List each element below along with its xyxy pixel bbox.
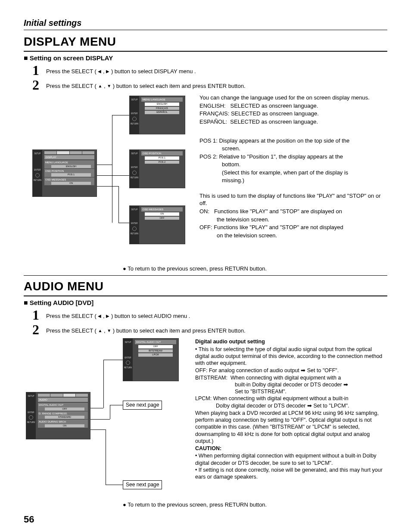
audio-sub-title-text: Setting AUDIO [DVD] bbox=[30, 299, 94, 306]
msg-desc: This is used to turn the display of func… bbox=[199, 192, 387, 239]
osd-audio-main: SETUPENTERRETURN AUDIO DIGITAL AUDIO OUT… bbox=[26, 392, 90, 439]
osd-return-label: RETURN bbox=[33, 179, 42, 182]
osd-row-osd-messages: OSD MESSAGES ON bbox=[44, 177, 94, 186]
square-bullet-icon: ■ bbox=[24, 299, 28, 306]
osd-row-audio-srch: AUDIO DURING SRCH ON bbox=[38, 420, 88, 428]
osd-row-digital-audio: DIGITAL AUDIO OUT OFF bbox=[38, 403, 88, 411]
osd-row-osd-position: OSD POSITION POS 1 bbox=[44, 169, 94, 177]
osd-opt-pos1: POS 1 bbox=[145, 156, 179, 159]
osd-lang-title: MENU LANGUAGE bbox=[141, 97, 183, 102]
step2a: Press the SELECT ( bbox=[46, 83, 97, 89]
audio-menu-title: AUDIO MENU bbox=[24, 277, 387, 296]
step-number-1: 1 bbox=[32, 63, 42, 77]
see-next-page-2: See next page bbox=[123, 480, 162, 489]
step1b: ) button to select DISPLAY menu . bbox=[111, 68, 196, 75]
pos-desc: POS 1: Display appears at the position o… bbox=[199, 137, 387, 184]
osd-val-language: ENGLISH bbox=[51, 165, 91, 168]
left-arrow-icon: ◀ bbox=[98, 313, 101, 319]
step-number-1: 1 bbox=[32, 308, 42, 322]
audio-return-note: ● To return to the previous screen, pres… bbox=[123, 501, 387, 509]
display-sub-title: ■Setting on screen DISPLAY bbox=[24, 53, 387, 63]
osd-opt-bitstream: BITSTREAM bbox=[138, 349, 173, 352]
square-bullet-icon: ■ bbox=[24, 54, 28, 62]
osd-side: SETUP ENTER RETURN bbox=[33, 150, 42, 196]
up-arrow-icon: ▲ bbox=[98, 83, 102, 89]
osd-val-messages: ON bbox=[51, 182, 91, 185]
lang-desc: You can change the language used for the… bbox=[199, 94, 387, 125]
audio-sub-title: ■Setting AUDIO [DVD] bbox=[24, 298, 387, 308]
right-arrow-icon: ▶ bbox=[106, 68, 109, 75]
osd-menu-language: SETUPENTERRETURN MENU LANGUAGE ENGLISH F… bbox=[129, 96, 185, 134]
see-next-page-1: See next page bbox=[123, 401, 162, 409]
osd-opt-english: ENGLISH bbox=[145, 103, 179, 106]
down-arrow-icon: ▼ bbox=[107, 83, 111, 89]
step-1-text: Press the SELECT ( ◀ , ▶ ) button to sel… bbox=[46, 63, 196, 75]
display-menu-title: DISPLAY MENU bbox=[24, 33, 387, 52]
step2b: ) button to select each item and press E… bbox=[113, 83, 246, 89]
osd-display-main: SETUP ENTER RETURN DISPLAY MENU LANGUAGE… bbox=[32, 149, 97, 197]
audio-step-1: 1 Press the SELECT ( ◀ , ▶ ) button to s… bbox=[32, 308, 387, 322]
osd-msg-title: OSD MESSAGES bbox=[141, 207, 183, 212]
chapter-title: Initial settings bbox=[24, 17, 387, 30]
osd-tab-audio: AUDIO bbox=[38, 398, 88, 402]
display-diagram: SETUP ENTER RETURN DISPLAY MENU LANGUAGE… bbox=[24, 93, 196, 261]
osd-pos-title: OSD POSITION bbox=[141, 151, 183, 156]
caution-heading: CAUTION: bbox=[195, 445, 387, 452]
osd-dig-title: DIGITAL AUDIO OUT bbox=[135, 340, 176, 344]
display-sub-title-text: Setting on screen DISPLAY bbox=[30, 54, 113, 62]
step-number-2: 2 bbox=[32, 78, 42, 92]
osd-opt-lpcm: LPCM bbox=[138, 353, 173, 356]
display-return-note: ● To return to the previous screen, pres… bbox=[123, 265, 387, 273]
page-number: 56 bbox=[24, 513, 387, 526]
osd-val-position: POS 1 bbox=[51, 173, 91, 176]
osd-row-menu-language: MENU LANGUAGE ENGLISH bbox=[44, 160, 94, 168]
step-2-text: Press the SELECT ( ▲ , ▼ ) button to sel… bbox=[46, 78, 246, 90]
step1a: Press the SELECT ( bbox=[46, 68, 97, 75]
osd-osd-position: SETUPENTERRETURN OSD POSITION POS 1 POS … bbox=[129, 149, 185, 188]
audio-text-col: Digital audio output setting • This is f… bbox=[192, 338, 387, 498]
display-step-1: 1 Press the SELECT ( ◀ , ▶ ) button to s… bbox=[32, 63, 387, 77]
osd-digital-audio: SETUPENTERRETURN DIGITAL AUDIO OUT OFF B… bbox=[123, 338, 179, 381]
display-text-col: You can change the language used for the… bbox=[196, 93, 387, 261]
display-content-row: SETUP ENTER RETURN DISPLAY MENU LANGUAGE… bbox=[24, 93, 387, 261]
audio-content-row: SETUPENTERRETURN AUDIO DIGITAL AUDIO OUT… bbox=[24, 338, 387, 498]
osd-row-drange: D. RANGE COMPRESS. STANDARD bbox=[38, 411, 88, 420]
osd-opt-off: OFF bbox=[138, 345, 173, 348]
right-arrow-icon: ▶ bbox=[106, 313, 109, 319]
osd-opt-francais: FRANÇAIS bbox=[145, 107, 179, 110]
return-icon bbox=[35, 173, 40, 177]
left-arrow-icon: ◀ bbox=[98, 68, 101, 75]
osd-opt-off: OFF bbox=[145, 217, 179, 220]
osd-opt-on: ON bbox=[145, 212, 179, 215]
audio-step-2: 2 Press the SELECT ( ▲ , ▼ ) button to s… bbox=[32, 323, 387, 336]
up-arrow-icon: ▲ bbox=[98, 328, 102, 334]
osd-enter-label: ENTER bbox=[33, 169, 42, 171]
audio-diagram: SETUPENTERRETURN AUDIO DIGITAL AUDIO OUT… bbox=[24, 338, 192, 498]
down-arrow-icon: ▼ bbox=[107, 328, 111, 334]
osd-opt-espanol: ESPAÑOL bbox=[145, 111, 179, 114]
osd-opt-pos2: POS 2 bbox=[145, 161, 179, 164]
display-step-2: 2 Press the SELECT ( ▲ , ▼ ) button to s… bbox=[32, 78, 387, 92]
osd-tab-display: DISPLAY bbox=[44, 155, 94, 159]
digital-audio-heading: Digital audio output setting bbox=[195, 338, 387, 345]
osd-osd-messages: SETUPENTERRETURN OSD MESSAGES ON OFF bbox=[129, 205, 185, 244]
step-number-2: 2 bbox=[32, 323, 42, 336]
